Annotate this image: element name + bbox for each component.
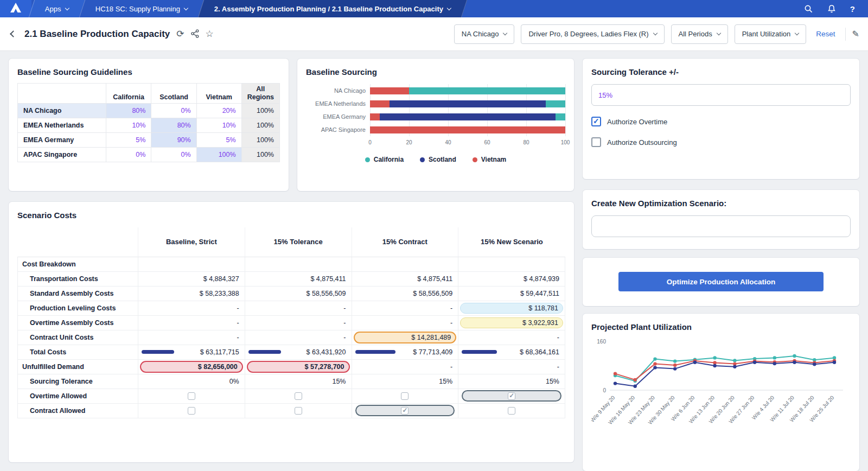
grid-cell[interactable]	[245, 389, 352, 403]
grid-cell[interactable]: -	[245, 301, 352, 315]
grid-cell[interactable]: 0%	[138, 374, 245, 389]
grid-cell[interactable]: $ 57,278,700	[245, 359, 352, 374]
grid-cell[interactable]: 0%	[151, 148, 196, 162]
data-point	[614, 372, 617, 375]
grid-cell[interactable]: -	[245, 315, 352, 330]
highlighted-cell-value: $ 82,656,000	[140, 361, 243, 373]
grid-cell[interactable]: 10%	[106, 118, 151, 133]
table-row: NA Chicago80%0%20%100%	[18, 104, 280, 118]
legend-label: California	[374, 156, 404, 163]
filter-dropdown-plant-utilization[interactable]: Plant Utilization	[735, 24, 807, 44]
filter-dropdown-all-periods[interactable]: All Periods	[671, 24, 728, 44]
optimize-production-allocation-button[interactable]: Optimize Production Allocation	[618, 272, 824, 291]
anaplan-logo-icon	[10, 3, 21, 15]
share-button[interactable]	[191, 29, 199, 39]
main-content: Baseline Sourcing Guidelines CaliforniaS…	[0, 51, 868, 471]
grid-cell[interactable]: -	[352, 315, 458, 330]
table-row: Contract Allowed	[18, 403, 565, 418]
checkbox-authorize-outsourcing[interactable]: Authorize Outsourcing	[591, 137, 851, 147]
grid-cell[interactable]: 5%	[106, 133, 151, 148]
filter-dropdown-driver-pro-8-degrees-ladies-flex-r[interactable]: Driver Pro, 8 Degrees, Ladies Flex (R)	[521, 24, 664, 44]
axis-tick-label: 60	[484, 139, 490, 145]
grid-cell[interactable]: $ 4,874,939	[458, 271, 565, 286]
data-point	[733, 365, 736, 368]
grid-cell[interactable]: $ 118,781	[458, 301, 565, 315]
grid-cell[interactable]: $ 58,556,509	[352, 286, 458, 301]
grid-cell[interactable]: $ 77,713,409	[352, 345, 458, 359]
grid-cell[interactable]: $ 4,875,411	[245, 271, 352, 286]
bell-icon[interactable]	[827, 4, 836, 14]
grid-cell	[138, 257, 245, 271]
grid-cell[interactable]: 15%	[352, 374, 458, 389]
page-filter-group: NA ChicagoDriver Pro, 8 Degrees, Ladies …	[454, 24, 859, 44]
grid-cell[interactable]: 100%	[196, 148, 241, 162]
search-icon[interactable]	[804, 4, 813, 14]
data-point	[773, 362, 776, 365]
grid-cell[interactable]: -	[458, 330, 565, 345]
new-scenario-name-input[interactable]	[591, 215, 851, 237]
grid-cell[interactable]	[245, 403, 352, 418]
grid-cell[interactable]: $ 58,556,509	[245, 286, 352, 301]
reset-button[interactable]: Reset	[816, 30, 835, 38]
row-label: Overtime Assembly Costs	[18, 315, 138, 330]
grid-cell[interactable]: 5%	[196, 133, 241, 148]
grid-cell[interactable]: $ 3,922,931	[458, 315, 565, 330]
grid-cell[interactable]: -	[458, 359, 565, 374]
data-point	[833, 356, 836, 359]
nav-tab-apps[interactable]: Apps	[29, 0, 85, 17]
help-icon[interactable]: ?	[850, 4, 855, 14]
grid-cell[interactable]: 80%	[106, 104, 151, 118]
favorite-star-button[interactable]: ☆	[206, 29, 214, 39]
edit-pencil-button[interactable]: ✎	[852, 30, 859, 39]
nav-tab-model[interactable]: HC18 SC: Supply Planning	[79, 0, 203, 17]
checkbox-unchecked-icon	[188, 392, 195, 400]
grid-cell[interactable]: -	[138, 301, 245, 315]
grid-cell[interactable]: $ 4,875,411	[352, 271, 458, 286]
grid-cell[interactable]: -	[245, 330, 352, 345]
grid-cell[interactable]: 15%	[458, 374, 565, 389]
grid-cell[interactable]: $ 82,656,000	[138, 359, 245, 374]
grid-cell[interactable]: 15%	[245, 374, 352, 389]
grid-cell[interactable]: 20%	[196, 104, 241, 118]
refresh-button[interactable]: ⟳	[176, 29, 184, 39]
cell-value: $ 63,431,920	[307, 348, 346, 356]
data-point	[693, 361, 697, 364]
axis-tick-label: 80	[523, 139, 529, 145]
grid-cell[interactable]	[138, 389, 245, 403]
column-header-all-regions: All Regions	[241, 84, 279, 104]
grid-cell[interactable]: 90%	[151, 133, 196, 148]
row-label: NA Chicago	[18, 104, 106, 118]
grid-cell[interactable]: -	[138, 330, 245, 345]
grid-cell[interactable]: $ 68,364,161	[458, 345, 565, 359]
grid-cell[interactable]	[138, 403, 245, 418]
grid-cell[interactable]: -	[352, 359, 458, 374]
sourcing-tolerance-input[interactable]	[591, 84, 851, 106]
grid-cell[interactable]: $ 58,233,388	[138, 286, 245, 301]
grid-cell[interactable]: $ 14,281,489	[352, 330, 458, 345]
anaplan-logo[interactable]	[0, 0, 31, 17]
grid-cell[interactable]: 80%	[151, 118, 196, 133]
grid-cell[interactable]	[458, 403, 565, 418]
grid-cell[interactable]: -	[138, 315, 245, 330]
gridline	[565, 84, 566, 136]
checkbox-authorize-overtime[interactable]: Authorize Overtime	[591, 117, 851, 126]
grid-cell[interactable]: -	[352, 301, 458, 315]
baseline-sourcing-guidelines-card: Baseline Sourcing Guidelines CaliforniaS…	[9, 59, 289, 191]
grid-cell[interactable]: 10%	[196, 118, 241, 133]
grid-cell[interactable]: 0%	[151, 104, 196, 118]
series-red-line	[615, 361, 834, 380]
grid-cell[interactable]: 0%	[106, 148, 151, 162]
page-title: 2.1 Baseline Production Capacity	[24, 29, 170, 40]
scenario-column-15-tolerance: 15% Tolerance	[245, 227, 352, 257]
filter-dropdown-na-chicago[interactable]: NA Chicago	[454, 24, 515, 44]
grid-cell[interactable]: $ 59,447,511	[458, 286, 565, 301]
grid-cell[interactable]	[458, 389, 565, 403]
grid-cell[interactable]: $ 63,431,920	[245, 345, 352, 359]
grid-cell[interactable]	[352, 389, 458, 403]
nav-tab-current-page[interactable]: 2. Assembly Production Planning / 2.1 Ba…	[198, 0, 468, 17]
chevron-down-icon	[795, 31, 799, 35]
back-button[interactable]	[10, 30, 17, 37]
grid-cell[interactable]	[352, 403, 458, 418]
grid-cell[interactable]: $ 4,884,327	[138, 271, 245, 286]
grid-cell[interactable]: $ 63,117,715	[138, 345, 245, 359]
